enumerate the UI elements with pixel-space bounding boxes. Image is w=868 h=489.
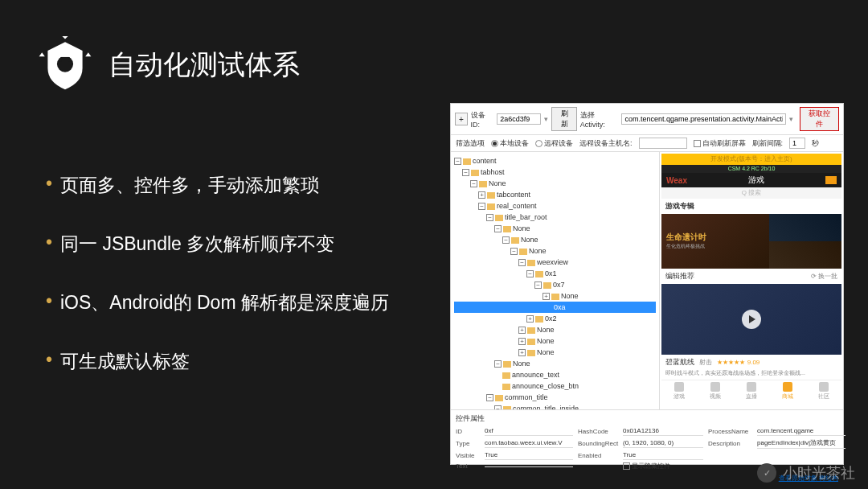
bullet-2: 同一 JSBundle 多次解析顺序不变	[60, 232, 389, 257]
remote-host-input[interactable]	[639, 138, 687, 149]
shield-logo	[36, 36, 94, 94]
prop-text	[485, 465, 573, 467]
refresh-button[interactable]: 刷新	[551, 107, 577, 131]
prop-hash: 0x01A12136	[623, 426, 703, 436]
toolbar-main: + 设备ID: ▾ 刷新 选择Activity: ▾ 获取控件	[451, 104, 843, 135]
pv-bottomnav: 游戏 视频 直播 商城 社区	[661, 380, 841, 402]
pv-desc: 即时战斗模式，真实还原海战临场感，拒绝登录金额战...	[665, 369, 837, 377]
add-button[interactable]: +	[455, 113, 468, 125]
activity-input[interactable]	[621, 113, 785, 125]
pv-score: 9.09	[747, 359, 760, 366]
pv-banner: 开发模式(版本号：进入主页)	[661, 154, 841, 165]
interval-label: 刷新间隔:	[752, 138, 784, 149]
prop-en: True	[623, 450, 703, 460]
bullet-4: 可生成默认标签	[60, 349, 389, 374]
pv-search[interactable]: Q 搜索	[661, 187, 841, 199]
prop-rect: (0, 1920, 1080, 0)	[623, 438, 703, 448]
nav-item[interactable]: 直播	[734, 380, 770, 402]
device-id-input[interactable]	[497, 113, 541, 125]
dom-tree[interactable]: −content −tabhost −None +tabcontent −rea…	[451, 152, 660, 409]
radio-local[interactable]: 本地设备	[491, 138, 529, 149]
prop-proc: com.tencent.qgame	[757, 426, 845, 436]
pv-stars: ★★★★★	[717, 359, 745, 366]
pv-video[interactable]	[661, 284, 841, 355]
toolbar-filter: 筛选选项 本地设备 远程设备 远程设备主机名: 自动刷新屏幕 刷新间隔: 秒	[451, 135, 843, 152]
pv-section-2: 编辑推荐	[665, 271, 694, 281]
interval-input[interactable]	[789, 138, 805, 149]
bullet-list: 页面多、控件多，手动添加繁琐 同一 JSBundle 多次解析顺序不变 iOS、…	[60, 173, 389, 408]
check-showhidden[interactable]: 显示隐藏控件	[623, 462, 703, 471]
bullet-1: 页面多、控件多，手动添加繁琐	[60, 173, 389, 198]
slide-title: 自动化测试体系	[108, 47, 300, 84]
activity-label: 选择Activity:	[580, 110, 619, 129]
nav-item[interactable]: 视频	[698, 380, 734, 402]
remote-host-label: 远程设备主机名:	[579, 138, 633, 149]
grid-icon[interactable]	[825, 176, 837, 184]
tree-selected-node: 0xa	[454, 302, 656, 313]
get-control-button[interactable]: 获取控件	[800, 107, 839, 131]
nav-item[interactable]: 游戏	[661, 380, 698, 402]
watermark: ✓ 小时光茶社	[757, 463, 855, 483]
play-icon	[742, 310, 761, 329]
pv-section-1: 游戏专辑	[661, 199, 841, 214]
pv-brand: Weax	[666, 176, 687, 185]
prop-type: com.taobao.weex.ui.view.V	[485, 438, 573, 448]
filter-label: 筛选选项	[456, 138, 485, 149]
pv-album[interactable]: 生命遗计时 生化危机终极挑战	[661, 214, 841, 269]
pv-tab[interactable]: 游戏	[748, 175, 764, 186]
svg-point-0	[57, 55, 73, 72]
prop-desc: pageEndIndex|div|游戏黄页	[757, 438, 845, 449]
device-preview: 开发模式(版本号：进入主页) CSM 4.2 RC 2b/10 Weax 游戏 …	[660, 152, 843, 409]
svg-rect-1	[54, 55, 77, 57]
device-id-label: 设备ID:	[471, 110, 494, 129]
nav-item[interactable]: 社区	[805, 380, 841, 402]
pv-refresh[interactable]: ⟳ 换一批	[811, 272, 837, 281]
bullet-3: iOS、Android的 Dom 解析都是深度遍历	[60, 290, 389, 315]
wechat-icon: ✓	[757, 463, 776, 483]
nav-item-active[interactable]: 商城	[769, 380, 805, 402]
prop-id: 0xf	[485, 426, 573, 436]
check-autorefresh[interactable]: 自动刷新屏幕	[694, 138, 746, 149]
pv-game-title: 碧蓝航线	[665, 358, 694, 366]
inspector-window: + 设备ID: ▾ 刷新 选择Activity: ▾ 获取控件 筛选选项 本地设…	[450, 103, 844, 465]
pv-subbanner: CSM 4.2 RC 2b/10	[661, 165, 841, 173]
radio-remote[interactable]: 远程设备	[535, 138, 573, 149]
seconds-label: 秒	[812, 138, 819, 149]
props-header: 控件属性	[456, 413, 838, 424]
prop-vis: True	[485, 450, 573, 460]
